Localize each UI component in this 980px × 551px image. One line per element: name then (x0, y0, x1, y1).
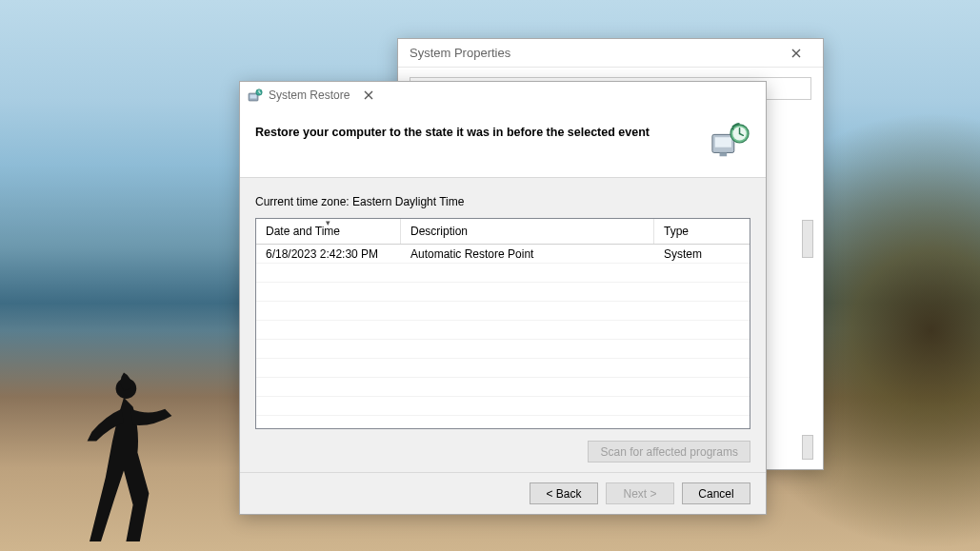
system-properties-titlebar[interactable]: System Properties (398, 39, 823, 68)
svg-rect-5 (715, 137, 731, 147)
table-row (256, 302, 750, 321)
wallpaper-runner-silhouette (67, 370, 181, 541)
table-row (256, 397, 750, 416)
sort-descending-icon: ▾ (326, 218, 330, 227)
scan-affected-programs-button: Scan for affected programs (588, 441, 750, 462)
table-row (256, 340, 750, 359)
svg-rect-6 (720, 152, 728, 156)
system-restore-titlebar[interactable]: System Restore (240, 82, 766, 108)
system-properties-close-button[interactable] (777, 40, 815, 67)
column-header-type-label: Type (664, 225, 689, 238)
back-button[interactable]: < Back (530, 482, 598, 504)
dialog-body: Current time zone: Eastern Daylight Time… (240, 178, 766, 472)
cell-description: Automatic Restore Point (401, 247, 654, 261)
table-row (256, 359, 750, 378)
system-restore-dialog: System Restore Restore your computer to … (239, 81, 767, 515)
table-header: ▾ Date and Time Description Type (256, 219, 750, 245)
system-properties-title: System Properties (410, 46, 510, 60)
system-restore-close-button[interactable] (350, 82, 388, 108)
table-row (256, 264, 750, 283)
table-body: 6/18/2023 2:42:30 PM Automatic Restore P… (256, 245, 750, 428)
table-row (256, 283, 750, 302)
cell-datetime: 6/18/2023 2:42:30 PM (256, 247, 401, 261)
restore-points-table: ▾ Date and Time Description Type 6/18/20… (255, 218, 750, 429)
svg-rect-2 (250, 95, 257, 99)
system-restore-art-icon (710, 122, 750, 160)
column-header-description-label: Description (410, 225, 468, 238)
system-restore-icon (248, 88, 263, 103)
column-header-description[interactable]: Description (401, 219, 654, 244)
next-button: Next > (606, 482, 674, 504)
table-row (256, 378, 750, 397)
table-row (256, 321, 750, 340)
system-restore-title: System Restore (269, 89, 350, 102)
system-properties-configure-stub (802, 220, 813, 258)
dialog-header: Restore your computer to the state it wa… (240, 108, 766, 178)
system-properties-bottom-stub (802, 435, 813, 460)
dialog-headline: Restore your computer to the state it wa… (255, 122, 699, 139)
dialog-footer: < Back Next > Cancel (240, 472, 766, 514)
column-header-type[interactable]: Type (654, 219, 750, 244)
timezone-label: Current time zone: Eastern Daylight Time (255, 195, 750, 208)
column-header-datetime[interactable]: ▾ Date and Time (256, 219, 401, 244)
cancel-button[interactable]: Cancel (682, 482, 750, 504)
table-row[interactable]: 6/18/2023 2:42:30 PM Automatic Restore P… (256, 245, 750, 264)
cell-type: System (654, 247, 750, 261)
